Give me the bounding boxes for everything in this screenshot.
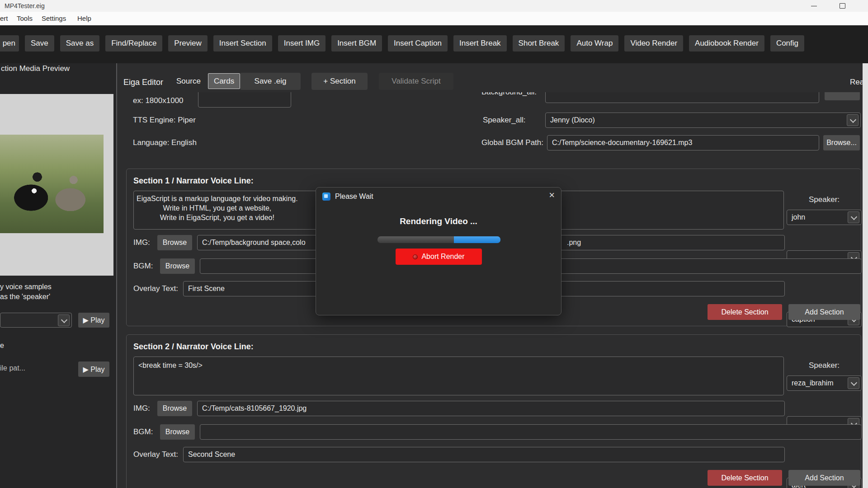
maximize-button[interactable] bbox=[833, 0, 851, 12]
kittens-image bbox=[0, 135, 104, 233]
maximize-icon bbox=[840, 3, 845, 9]
chevron-down-icon[interactable] bbox=[848, 211, 859, 223]
speaker-label: Speaker: bbox=[809, 195, 840, 204]
menu-tools[interactable]: Tools bbox=[17, 12, 33, 25]
section-1-add-button[interactable]: Add Section bbox=[788, 304, 860, 320]
title-bar: MP4Tester.eig bbox=[0, 0, 868, 12]
audiobook-render-button[interactable]: Audiobook Render bbox=[689, 35, 764, 52]
voice-sample-select[interactable] bbox=[0, 313, 72, 328]
speaker-all-select[interactable]: Jenny (Dioco) bbox=[545, 113, 861, 128]
save-eig-button[interactable]: Save .eig bbox=[240, 73, 301, 90]
background-browse-button[interactable] bbox=[825, 92, 860, 100]
save-as-button[interactable]: Save as bbox=[60, 35, 99, 52]
insert-break-button[interactable]: Insert Break bbox=[453, 35, 507, 52]
config-button[interactable]: Config bbox=[770, 35, 804, 52]
close-icon[interactable]: × bbox=[549, 189, 555, 201]
insert-section-button[interactable]: Insert Section bbox=[213, 35, 272, 52]
video-render-button[interactable]: Video Render bbox=[624, 35, 683, 52]
background-all-input[interactable] bbox=[545, 92, 819, 103]
auto-wrap-button[interactable]: Auto Wrap bbox=[571, 35, 618, 52]
toolbar: pen Save Save as Find/Replace Preview In… bbox=[0, 25, 868, 63]
dialog-title: Please Wait bbox=[335, 188, 373, 206]
voice-samples-note-line2: as the 'speaker' bbox=[0, 293, 50, 301]
window-title: MP4Tester.eig bbox=[5, 0, 45, 12]
chevron-down-icon[interactable] bbox=[58, 314, 70, 326]
menu-bar: ert Tools Settings Help bbox=[0, 12, 868, 25]
sidebar-divider bbox=[116, 63, 117, 488]
find-replace-button[interactable]: Find/Replace bbox=[105, 35, 162, 52]
app-window: MP4Tester.eig ert Tools Settings Help pe… bbox=[0, 0, 868, 488]
preview-button[interactable]: Preview bbox=[168, 35, 207, 52]
menu-help[interactable]: Help bbox=[77, 12, 91, 25]
minimize-icon bbox=[811, 6, 817, 6]
img-label: IMG: bbox=[133, 401, 150, 416]
abort-render-button[interactable]: Abort Render bbox=[396, 249, 482, 265]
section-1-title: Section 1 / Narrator Voice Line: bbox=[133, 176, 254, 186]
global-bgm-browse-button[interactable]: Browse... bbox=[823, 135, 860, 150]
language-label: Language: English bbox=[133, 135, 197, 150]
chevron-down-icon[interactable] bbox=[847, 114, 859, 126]
global-bgm-label: Global BGM Path: bbox=[481, 135, 543, 150]
resolution-input[interactable] bbox=[198, 92, 291, 108]
settings-row-clipped: ex: 1800x1000 Background_all: bbox=[117, 92, 863, 111]
global-bgm-input[interactable]: C:/Temp/science-documentary-169621.mp3 bbox=[547, 135, 819, 150]
play-sample-button[interactable]: ▶ Play bbox=[78, 313, 109, 328]
background-all-label: Background_all: bbox=[481, 92, 537, 97]
speaker-all-label: Speaker_all: bbox=[483, 113, 526, 128]
overlay-text-label: Overlay Text: bbox=[133, 281, 178, 296]
section-2-overlay-input[interactable]: Second Scene bbox=[183, 447, 785, 462]
validate-script-button[interactable]: Validate Script bbox=[379, 73, 453, 90]
short-break-button[interactable]: Short Break bbox=[513, 35, 565, 52]
resolution-hint-label: ex: 1800x1000 bbox=[133, 96, 184, 105]
section-1-img-browse-button[interactable]: Browse bbox=[157, 235, 192, 250]
add-section-header-button[interactable]: + Section bbox=[311, 73, 368, 90]
section-1-delete-button[interactable]: Delete Section bbox=[708, 304, 782, 320]
tts-engine-label: TTS Engine: Piper bbox=[133, 113, 196, 128]
insert-caption-button[interactable]: Insert Caption bbox=[388, 35, 448, 52]
section-2-img-browse-button[interactable]: Browse bbox=[157, 401, 192, 416]
editor-title: Eiga Editor bbox=[123, 78, 163, 87]
bgm-label: BGM: bbox=[133, 424, 153, 440]
media-preview-panel bbox=[0, 94, 113, 276]
view-tabs: Source Cards bbox=[171, 73, 240, 89]
rendering-message: Rendering Video ... bbox=[316, 216, 561, 226]
open-button[interactable]: pen bbox=[0, 35, 19, 52]
chevron-down-icon[interactable] bbox=[848, 377, 859, 389]
sidebar: ction Media Preview y voice samples as t… bbox=[0, 63, 116, 488]
record-dot-icon bbox=[413, 254, 418, 259]
menu-insert[interactable]: ert bbox=[0, 12, 8, 25]
section-2-add-button[interactable]: Add Section bbox=[788, 470, 860, 486]
section-2-bgm-path-input[interactable] bbox=[200, 424, 862, 440]
save-button[interactable]: Save bbox=[25, 35, 54, 52]
file-path-hint[interactable]: ile pat... bbox=[0, 364, 25, 372]
section-1-bgm-browse-button[interactable]: Browse bbox=[160, 258, 195, 274]
img-label: IMG: bbox=[133, 235, 150, 250]
section-1-speaker-select[interactable]: john bbox=[787, 210, 862, 225]
sidebar-label-fragment: e bbox=[0, 342, 4, 350]
overlay-text-label: Overlay Text: bbox=[133, 447, 178, 462]
section-2-speaker-select[interactable]: reza_ibrahim bbox=[787, 375, 862, 391]
section-2-img-path-input[interactable]: C:/Temp/cats-8105667_1920.jpg bbox=[197, 401, 785, 416]
sidebar-title: ction Media Preview bbox=[1, 64, 70, 73]
section-2-delete-button[interactable]: Delete Section bbox=[708, 470, 782, 486]
bgm-label: BGM: bbox=[133, 258, 153, 274]
dialog-title-bar[interactable]: Please Wait × bbox=[316, 188, 561, 206]
section-2-title: Section 2 / Narrator Voice Line: bbox=[133, 342, 254, 352]
tab-cards[interactable]: Cards bbox=[208, 73, 240, 89]
play-file-button[interactable]: ▶ Play bbox=[78, 361, 109, 377]
section-2-bgm-browse-button[interactable]: Browse bbox=[160, 424, 195, 440]
app-icon bbox=[322, 192, 330, 201]
tab-source[interactable]: Source bbox=[171, 73, 206, 89]
insert-bgm-button[interactable]: Insert BGM bbox=[331, 35, 382, 52]
menu-settings[interactable]: Settings bbox=[42, 12, 66, 25]
section-2-narration-textarea[interactable]: <break time = 30s/> bbox=[133, 357, 784, 395]
insert-img-button[interactable]: Insert IMG bbox=[278, 35, 326, 52]
progress-fill bbox=[454, 236, 500, 243]
scrollbar[interactable] bbox=[863, 63, 868, 488]
please-wait-dialog: Please Wait × Rendering Video ... Abort … bbox=[316, 187, 561, 315]
voice-samples-note-line1: y voice samples bbox=[0, 283, 52, 291]
speaker-label: Speaker: bbox=[809, 361, 840, 370]
minimize-button[interactable] bbox=[805, 0, 823, 12]
section-2: Section 2 / Narrator Voice Line: <break … bbox=[126, 334, 861, 488]
render-progress-bar bbox=[377, 236, 500, 243]
